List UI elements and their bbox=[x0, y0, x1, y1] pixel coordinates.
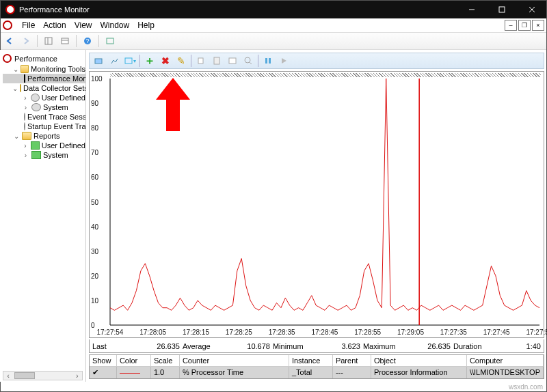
tree-root-label: Performance bbox=[14, 55, 57, 63]
expand-icon[interactable]: › bbox=[22, 94, 29, 102]
tree-reports-system[interactable]: ›System bbox=[3, 150, 85, 160]
scope-tree: Performance ⌄Monitoring Tools Performanc… bbox=[0, 50, 86, 382]
tree-label: System bbox=[43, 151, 68, 159]
tree-reports-user[interactable]: ›User Defined bbox=[3, 141, 85, 150]
tree-user-defined[interactable]: ›User Defined bbox=[3, 93, 85, 102]
tree-monitoring-tools[interactable]: ⌄Monitoring Tools bbox=[3, 64, 85, 74]
tree-root[interactable]: Performance bbox=[3, 53, 85, 64]
tree-horizontal-scrollbar[interactable]: ‹› bbox=[3, 371, 83, 380]
expand-icon[interactable]: › bbox=[22, 152, 29, 159]
tree-label: Reports bbox=[34, 132, 60, 140]
tree-system[interactable]: ›System bbox=[3, 102, 85, 112]
monitor-icon bbox=[24, 74, 25, 83]
gear-icon bbox=[31, 94, 40, 102]
scroll-thumb[interactable] bbox=[14, 372, 35, 379]
folder-icon bbox=[20, 84, 21, 92]
tree-label: User Defined bbox=[42, 94, 85, 102]
watermark: wsxdn.com bbox=[509, 383, 543, 391]
collapse-icon[interactable]: ⌄ bbox=[12, 66, 18, 73]
folder-icon bbox=[21, 65, 29, 73]
expand-icon[interactable]: › bbox=[22, 142, 29, 150]
gear-icon bbox=[31, 103, 41, 111]
tree-data-collector-sets[interactable]: ⌄Data Collector Sets bbox=[3, 83, 85, 93]
collapse-icon[interactable]: ⌄ bbox=[12, 132, 20, 140]
perf-icon bbox=[3, 54, 12, 63]
tree-label: Startup Event Trace Sessions bbox=[27, 122, 86, 130]
tree-label: Event Trace Sessions bbox=[27, 113, 86, 121]
tree-label: Performance Monitor bbox=[27, 74, 86, 83]
tree-label: System bbox=[43, 103, 68, 111]
tree-label: Data Collector Sets bbox=[23, 84, 86, 92]
folder-icon bbox=[22, 132, 31, 140]
gear-icon bbox=[24, 122, 25, 130]
tree-reports[interactable]: ⌄Reports bbox=[3, 131, 85, 141]
report-icon bbox=[31, 141, 40, 150]
tree-performance-monitor[interactable]: Performance Monitor bbox=[3, 74, 85, 83]
report-icon bbox=[31, 151, 41, 159]
tree-label: User Defined bbox=[42, 141, 85, 150]
expand-icon[interactable]: › bbox=[22, 104, 29, 111]
gear-icon bbox=[24, 113, 25, 121]
tree-event-trace[interactable]: Event Trace Sessions bbox=[3, 112, 85, 122]
tree-label: Monitoring Tools bbox=[31, 65, 85, 73]
performance-chart[interactable]: 010203040506070809010017:27:5417:28:0517… bbox=[89, 71, 544, 338]
tree-startup-event-trace[interactable]: Startup Event Trace Sessions bbox=[3, 122, 85, 131]
collapse-icon[interactable]: ⌄ bbox=[12, 85, 18, 92]
